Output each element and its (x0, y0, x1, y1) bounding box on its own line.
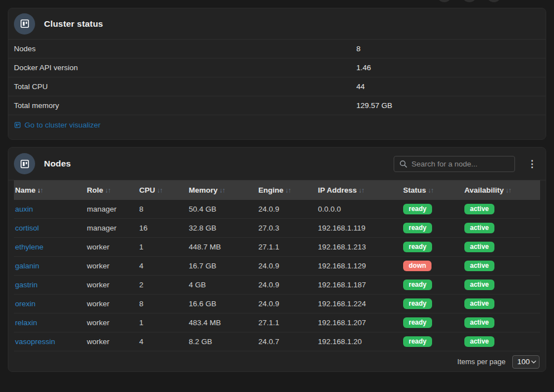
cell-name: cortisol (14, 224, 86, 232)
header-button-partial-2[interactable] (462, 0, 477, 2)
sort-arrows-icon: ↓↑ (428, 187, 433, 194)
column-label: Role (87, 186, 103, 194)
cell-cpu: 8 (138, 205, 188, 213)
cell-ip: 192.168.1.119 (317, 224, 402, 232)
node-name-link[interactable]: orexin (15, 300, 36, 308)
cell-memory: 32.8 GB (188, 224, 257, 232)
cell-cpu: 16 (138, 224, 188, 232)
column-header-memory[interactable]: Memory↓↑ (188, 186, 257, 194)
cell-role: worker (86, 337, 138, 346)
cell-availability: active (463, 298, 540, 309)
node-name-link[interactable]: relaxin (15, 318, 37, 327)
node-row-auxin: auxinmanager850.4 GB24.0.90.0.0.0readyac… (14, 200, 540, 219)
column-header-availability[interactable]: Availability↓↑ (463, 186, 540, 194)
cluster-row-value: 8 (356, 45, 361, 53)
column-header-status[interactable]: Status↓↑ (402, 186, 463, 194)
cell-cpu: 1 (138, 243, 188, 251)
cluster-status-row: Total CPU44 (8, 77, 546, 96)
cell-status: ready (402, 204, 463, 214)
cell-memory: 4 GB (188, 281, 257, 289)
nodes-table-footer: Items per page 100 (8, 351, 546, 372)
chevron-down-icon (531, 360, 536, 364)
node-name-link[interactable]: ethylene (15, 243, 43, 251)
node-name-link[interactable]: galanin (15, 262, 40, 270)
header-button-partial-1[interactable] (437, 0, 452, 2)
header-button-partial-3[interactable] (487, 0, 501, 2)
node-search-input[interactable] (411, 160, 509, 168)
cluster-status-title: Cluster status (44, 19, 103, 29)
status-badge: ready (403, 298, 432, 309)
node-name-link[interactable]: cortisol (15, 224, 39, 232)
sort-arrows-icon: ↓↑ (285, 187, 291, 194)
cell-cpu: 2 (138, 281, 188, 289)
availability-badge: active (464, 298, 494, 309)
availability-badge: active (464, 204, 494, 214)
status-badge: ready (403, 336, 432, 347)
node-name-link[interactable]: gastrin (15, 281, 38, 289)
column-header-engine[interactable]: Engine↓↑ (257, 186, 317, 194)
nodes-table-body: auxinmanager850.4 GB24.0.90.0.0.0readyac… (14, 200, 540, 351)
cluster-row-value: 44 (356, 82, 365, 91)
cell-role: worker (86, 262, 138, 270)
cell-role: worker (86, 318, 138, 327)
cluster-row-label: Total CPU (14, 82, 48, 91)
cell-name: auxin (14, 205, 86, 213)
column-label: Availability (464, 186, 504, 194)
items-per-page-label: Items per page (457, 357, 506, 366)
nodes-title: Nodes (44, 159, 71, 169)
cell-cpu: 4 (138, 262, 188, 270)
cluster-status-row: Nodes8 (8, 40, 546, 58)
availability-badge: active (464, 242, 494, 252)
cell-name: relaxin (14, 318, 86, 327)
cluster-status-header: Cluster status (8, 8, 546, 40)
cell-status: ready (402, 298, 463, 309)
cell-role: worker (86, 300, 138, 308)
column-header-name[interactable]: Name↓↑ (14, 186, 86, 194)
cell-status: ready (402, 223, 463, 233)
cell-availability: active (463, 280, 540, 290)
sort-arrows-icon: ↓↑ (37, 187, 43, 194)
cell-engine: 27.0.3 (257, 224, 317, 232)
status-badge: down (403, 261, 432, 271)
go-to-cluster-visualizer-link[interactable]: Go to cluster visualizer (14, 121, 101, 129)
node-search-box (394, 156, 515, 172)
cell-ip: 192.168.1.129 (317, 262, 402, 270)
more-options-kebab-icon[interactable]: ⋮ (524, 157, 540, 171)
cell-status: ready (402, 280, 463, 290)
node-name-link[interactable]: auxin (15, 205, 33, 213)
cell-role: manager (86, 205, 138, 213)
status-badge: ready (403, 280, 432, 290)
sort-arrows-icon: ↓↑ (219, 187, 225, 194)
column-label: CPU (139, 186, 155, 194)
cluster-visualizer-row: Go to cluster visualizer (8, 115, 546, 134)
column-header-role[interactable]: Role↓↑ (86, 186, 138, 194)
cell-cpu: 4 (138, 337, 188, 346)
cell-ip: 192.168.1.224 (317, 300, 402, 308)
cell-ip: 192.168.1.20 (317, 337, 402, 346)
column-header-cpu[interactable]: CPU↓↑ (138, 186, 188, 194)
node-row-cortisol: cortisolmanager1632.8 GB27.0.3192.168.1.… (14, 219, 540, 238)
column-label: Engine (258, 186, 283, 194)
cluster-status-widget: Cluster status Nodes8Docker API version1… (8, 8, 546, 140)
node-name-link[interactable]: vasopressin (15, 337, 55, 346)
sort-arrows-icon: ↓↑ (105, 187, 110, 194)
node-row-ethylene: ethyleneworker1448.7 MB27.1.1192.168.1.2… (14, 238, 540, 257)
nodes-table-header: Name↓↑Role↓↑CPU↓↑Memory↓↑Engine↓↑IP Addr… (14, 180, 540, 200)
go-to-cluster-visualizer-label: Go to cluster visualizer (24, 121, 101, 129)
column-label: Name (15, 186, 36, 194)
cell-engine: 24.0.9 (257, 281, 317, 289)
widget-board-icon (14, 13, 35, 35)
node-row-vasopressin: vasopressinworker48.2 GB24.0.7192.168.1.… (14, 332, 540, 351)
cluster-status-row: Total memory129.57 GB (8, 96, 546, 115)
cluster-row-label: Docker API version (14, 63, 78, 72)
items-per-page-select[interactable]: 100 (512, 355, 540, 369)
sort-arrows-icon: ↓↑ (506, 187, 511, 194)
cluster-row-label: Total memory (14, 101, 59, 110)
cell-name: ethylene (14, 243, 86, 251)
column-header-ip-address[interactable]: IP Address↓↑ (317, 186, 402, 194)
cell-availability: active (463, 204, 540, 214)
sort-arrows-icon: ↓↑ (157, 187, 163, 194)
nodes-header: Nodes ⋮ (8, 148, 546, 180)
availability-badge: active (464, 336, 494, 347)
widget-board-icon (14, 153, 35, 174)
